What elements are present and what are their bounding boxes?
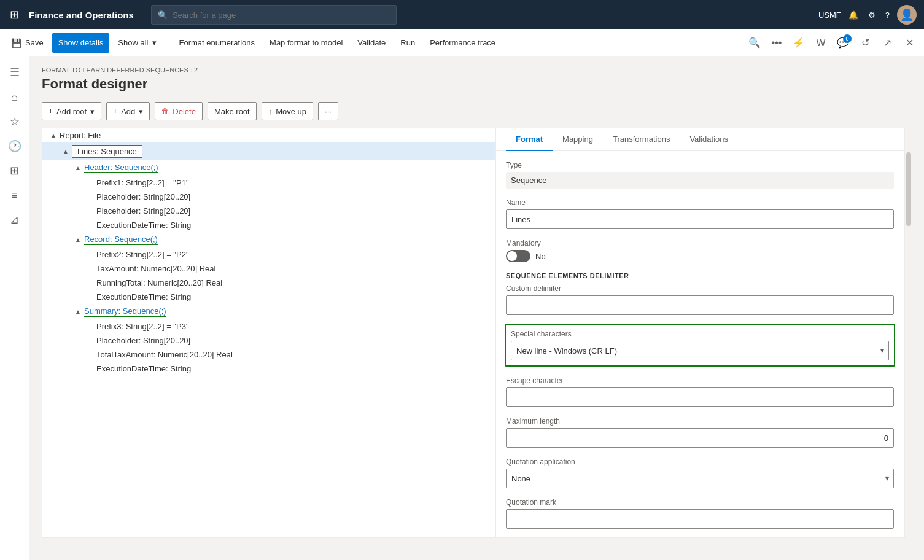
tree-item-placeholder1[interactable]: Placeholder: String[20..20] <box>42 190 495 204</box>
properties-panel: Format Mapping Transformations Validatio… <box>496 128 904 538</box>
save-button[interactable]: 💾 Save <box>5 33 50 53</box>
more-command-icon[interactable]: ••• <box>767 33 786 53</box>
validate-button[interactable]: Validate <box>351 33 392 53</box>
custom-delimiter-field: Custom delimiter <box>506 284 894 315</box>
tab-validations[interactable]: Validations <box>680 128 738 151</box>
plus-add-icon: + <box>113 107 117 115</box>
special-characters-field: Special characters New line - Windows (C… <box>505 324 895 367</box>
custom-delimiter-label: Custom delimiter <box>506 284 894 293</box>
tree-item-taxamount[interactable]: TaxAmount: Numeric[20..20] Real <box>42 262 495 276</box>
right-scrollbar[interactable] <box>904 128 912 538</box>
expand-icon[interactable]: ▲ <box>60 148 72 155</box>
tree-item-execdatetime2[interactable]: ExecutionDateTime: String <box>42 290 495 304</box>
page-container: ☰ ⌂ ☆ 🕐 ⊞ ≡ ⊿ FORMAT TO LEARN DEFERRED S… <box>0 56 924 560</box>
bell-icon[interactable]: 🔔 <box>846 8 861 22</box>
sidebar-favorites-icon[interactable]: ☆ <box>4 111 26 133</box>
expand-icon[interactable]: ▲ <box>47 132 60 139</box>
expand-icon[interactable]: ▲ <box>72 165 84 171</box>
tree-item-runningtotal[interactable]: RunningTotal: Numeric[20..20] Real <box>42 276 495 290</box>
tree-item-execdatetime3[interactable]: ExecutionDateTime: String <box>42 362 495 376</box>
settings-icon[interactable]: ⚙ <box>866 8 878 22</box>
help-icon[interactable]: ? <box>883 8 892 22</box>
tab-format[interactable]: Format <box>506 128 553 151</box>
max-length-input[interactable] <box>506 428 894 448</box>
tree-item-prefix3[interactable]: Prefix3: String[2..2] = "P3" <box>42 319 495 333</box>
show-all-chevron-icon: ▾ <box>152 38 157 47</box>
tree-item-prefix1[interactable]: Prefix1: String[2..2] = "P1" <box>42 176 495 190</box>
app-grid-icon[interactable]: ⊞ <box>7 6 21 24</box>
type-field: Type Sequence <box>506 161 894 189</box>
search-input[interactable] <box>173 10 390 20</box>
escape-character-input[interactable] <box>506 387 894 407</box>
user-avatar[interactable]: 👤 <box>897 5 917 25</box>
name-input[interactable] <box>506 209 894 229</box>
left-sidebar: ☰ ⌂ ☆ 🕐 ⊞ ≡ ⊿ <box>0 56 29 560</box>
sidebar-modules-icon[interactable]: ≡ <box>4 184 26 206</box>
quotation-app-label: Quotation application <box>506 457 894 466</box>
add-root-button[interactable]: + Add root ▾ <box>42 102 101 120</box>
escape-character-field: Escape character <box>506 376 894 407</box>
message-icon[interactable]: 💬 0 <box>833 33 853 53</box>
special-characters-select[interactable]: New line - Windows (CR LF) New line - Un… <box>511 341 889 360</box>
refresh-icon[interactable]: ↺ <box>855 33 875 53</box>
sidebar-filter-icon[interactable]: ⊿ <box>4 209 26 231</box>
search-bar[interactable]: 🔍 <box>151 5 397 25</box>
search-icon: 🔍 <box>158 10 168 20</box>
power-icon[interactable]: ⚡ <box>789 33 809 53</box>
tree-item-summary[interactable]: ▲ Summary: Sequence(;) <box>42 304 495 319</box>
tab-transformations[interactable]: Transformations <box>603 128 680 151</box>
quotation-app-field: Quotation application None Always When n… <box>506 457 894 488</box>
save-icon: 💾 <box>11 38 21 48</box>
tree-item-placeholder2[interactable]: Placeholder: String[20..20] <box>42 204 495 218</box>
mandatory-toggle[interactable] <box>506 250 530 262</box>
quotation-app-select[interactable]: None Always When needed <box>506 469 894 488</box>
sidebar-recent-icon[interactable]: 🕐 <box>4 135 26 157</box>
run-button[interactable]: Run <box>394 33 421 53</box>
tree-label-header: Header: Sequence(;) <box>84 163 158 173</box>
scrollbar-thumb[interactable] <box>906 152 911 226</box>
tab-mapping[interactable]: Mapping <box>553 128 603 151</box>
tree-item-execdatetime1[interactable]: ExecutionDateTime: String <box>42 218 495 232</box>
mandatory-toggle-row: No <box>506 250 894 262</box>
tree-label-taxamount: TaxAmount: Numeric[20..20] Real <box>96 264 215 273</box>
max-length-label: Maximum length <box>506 417 894 426</box>
format-enumerations-button[interactable]: Format enumerations <box>173 33 262 53</box>
tree-label-execdatetime2: ExecutionDateTime: String <box>96 292 191 301</box>
tree-label-execdatetime3: ExecutionDateTime: String <box>96 364 191 373</box>
make-root-button[interactable]: Make root <box>208 102 257 120</box>
tree-item-report[interactable]: ▲ Report: File <box>42 128 495 142</box>
add-chevron-icon: ▾ <box>139 107 143 116</box>
sidebar-menu-icon[interactable]: ☰ <box>4 61 26 84</box>
expand-icon[interactable]: ▲ <box>72 308 84 315</box>
show-details-button[interactable]: Show details <box>52 33 110 53</box>
sidebar-workspaces-icon[interactable]: ⊞ <box>4 160 26 182</box>
tree-item-placeholder3[interactable]: Placeholder: String[20..20] <box>42 333 495 348</box>
tree-item-totaltaxamount[interactable]: TotalTaxAmount: Numeric[20..20] Real <box>42 348 495 362</box>
more-options-button[interactable]: ··· <box>318 102 338 120</box>
performance-trace-button[interactable]: Performance trace <box>424 33 502 53</box>
tree-label-placeholder3: Placeholder: String[20..20] <box>96 336 190 345</box>
sidebar-home-icon[interactable]: ⌂ <box>4 86 26 108</box>
tree-item-lines[interactable]: ▲ Lines: Sequence <box>42 142 495 160</box>
tree-label-prefix3: Prefix3: String[2..2] = "P3" <box>96 322 189 331</box>
map-format-button[interactable]: Map format to model <box>263 33 349 53</box>
delete-button[interactable]: 🗑 Delete <box>155 102 203 120</box>
move-up-button[interactable]: ↑ Move up <box>262 102 313 120</box>
add-button[interactable]: + Add ▾ <box>106 102 150 120</box>
custom-delimiter-input[interactable] <box>506 295 894 315</box>
tree-item-header[interactable]: ▲ Header: Sequence(;) <box>42 160 495 176</box>
tree-label-placeholder2: Placeholder: String[20..20] <box>96 206 190 216</box>
show-all-button[interactable]: Show all ▾ <box>112 33 162 53</box>
quotation-mark-input[interactable] <box>506 509 894 529</box>
search-command-icon[interactable]: 🔍 <box>745 33 764 53</box>
expand-icon[interactable]: ▲ <box>72 236 84 243</box>
top-nav-bar: ⊞ Finance and Operations 🔍 USMF 🔔 ⚙ ? 👤 <box>0 0 924 29</box>
open-new-icon[interactable]: ↗ <box>877 33 897 53</box>
close-icon[interactable]: ✕ <box>899 33 919 53</box>
word-icon[interactable]: W <box>811 33 831 53</box>
trash-icon: 🗑 <box>161 107 169 115</box>
user-region-label: USMF <box>818 10 841 20</box>
tree-label-record: Record: Sequence(;) <box>84 235 158 245</box>
tree-item-record[interactable]: ▲ Record: Sequence(;) <box>42 232 495 247</box>
tree-item-prefix2[interactable]: Prefix2: String[2..2] = "P2" <box>42 247 495 262</box>
